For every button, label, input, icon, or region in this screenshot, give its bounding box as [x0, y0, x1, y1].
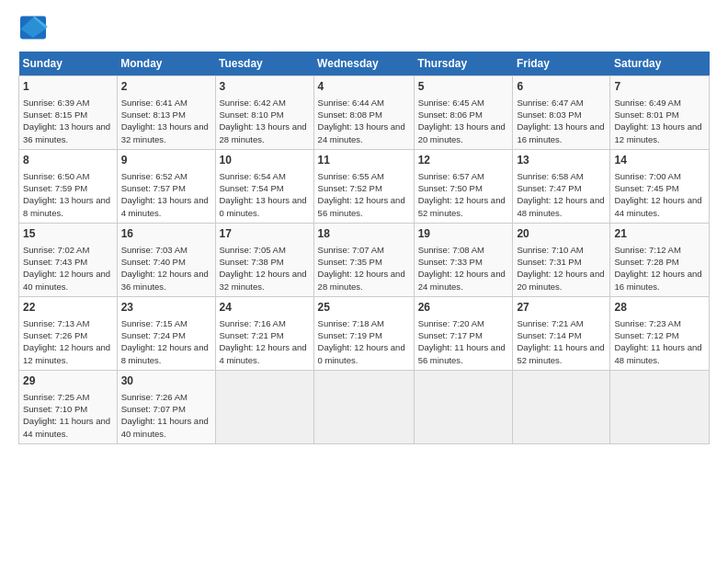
daylight-label: Daylight: 13 hours and 32 minutes. — [121, 121, 209, 144]
sunrise-label: Sunrise: 6:42 AM — [220, 98, 286, 108]
sunset-label: Sunset: 7:45 PM — [614, 183, 678, 193]
calendar-cell: 2Sunrise: 6:41 AMSunset: 8:13 PMDaylight… — [117, 76, 215, 150]
daylight-label: Daylight: 12 hours and 44 minutes. — [614, 195, 701, 217]
day-number: 8 — [23, 153, 113, 168]
header-row: Sunday Monday Tuesday Wednesday Thursday… — [19, 52, 710, 76]
daylight-label: Daylight: 12 hours and 8 minutes. — [121, 342, 209, 364]
sunrise-label: Sunrise: 7:08 AM — [418, 245, 484, 255]
daylight-label: Daylight: 12 hours and 48 minutes. — [517, 195, 604, 217]
day-number: 27 — [517, 300, 606, 316]
col-sunday: Sunday — [19, 52, 118, 76]
day-number: 14 — [614, 153, 705, 168]
logo — [18, 15, 51, 40]
daylight-label: Daylight: 11 hours and 56 minutes. — [418, 342, 506, 364]
day-number: 29 — [23, 373, 113, 389]
day-number: 10 — [220, 153, 310, 168]
calendar-cell: 20Sunrise: 7:10 AMSunset: 7:31 PMDayligh… — [513, 224, 610, 297]
daylight-label: Daylight: 12 hours and 12 minutes. — [23, 342, 110, 364]
col-tuesday: Tuesday — [215, 52, 313, 76]
daylight-label: Daylight: 12 hours and 32 minutes. — [220, 269, 307, 291]
calendar-cell: 30Sunrise: 7:26 AMSunset: 7:07 PMDayligh… — [117, 371, 215, 444]
calendar-cell: 11Sunrise: 6:55 AMSunset: 7:52 PMDayligh… — [313, 150, 414, 224]
sunset-label: Sunset: 7:35 PM — [318, 257, 382, 267]
sunrise-label: Sunrise: 7:03 AM — [121, 245, 188, 255]
sunset-label: Sunset: 7:38 PM — [220, 257, 284, 267]
sunset-label: Sunset: 7:10 PM — [23, 404, 87, 414]
sunset-label: Sunset: 8:01 PM — [614, 109, 678, 120]
sunrise-label: Sunrise: 6:44 AM — [318, 98, 384, 108]
calendar-cell: 23Sunrise: 7:15 AMSunset: 7:24 PMDayligh… — [117, 297, 215, 371]
calendar-cell — [313, 371, 414, 444]
sunrise-label: Sunrise: 7:25 AM — [23, 392, 89, 402]
sunrise-label: Sunrise: 7:00 AM — [614, 171, 680, 181]
daylight-label: Daylight: 12 hours and 56 minutes. — [318, 195, 405, 217]
sunrise-label: Sunrise: 7:02 AM — [23, 245, 89, 255]
daylight-label: Daylight: 11 hours and 44 minutes. — [23, 416, 110, 438]
day-number: 6 — [517, 79, 606, 95]
daylight-label: Daylight: 11 hours and 48 minutes. — [614, 342, 701, 364]
sunrise-label: Sunrise: 7:21 AM — [517, 318, 583, 328]
sunset-label: Sunset: 7:43 PM — [23, 257, 87, 267]
calendar-cell: 22Sunrise: 7:13 AMSunset: 7:26 PMDayligh… — [19, 297, 118, 371]
day-number: 5 — [418, 79, 509, 95]
calendar-cell: 6Sunrise: 6:47 AMSunset: 8:03 PMDaylight… — [513, 76, 610, 150]
day-number: 23 — [121, 300, 211, 316]
sunset-label: Sunset: 7:21 PM — [220, 330, 284, 340]
day-number: 16 — [121, 226, 211, 242]
day-number: 20 — [517, 226, 606, 242]
daylight-label: Daylight: 13 hours and 12 minutes. — [614, 121, 701, 144]
col-friday: Friday — [513, 52, 610, 76]
sunset-label: Sunset: 8:03 PM — [517, 109, 581, 120]
sunrise-label: Sunrise: 6:54 AM — [220, 171, 286, 181]
day-number: 30 — [121, 373, 211, 389]
sunset-label: Sunset: 7:33 PM — [418, 257, 483, 267]
sunset-label: Sunset: 7:54 PM — [220, 183, 284, 193]
daylight-label: Daylight: 13 hours and 4 minutes. — [121, 195, 209, 217]
sunset-label: Sunset: 7:28 PM — [614, 257, 678, 267]
day-number: 24 — [220, 300, 310, 316]
daylight-label: Daylight: 12 hours and 4 minutes. — [220, 342, 307, 364]
day-number: 18 — [318, 226, 410, 242]
calendar-cell — [610, 371, 710, 444]
calendar-cell: 14Sunrise: 7:00 AMSunset: 7:45 PMDayligh… — [610, 150, 710, 224]
calendar-cell: 29Sunrise: 7:25 AMSunset: 7:10 PMDayligh… — [19, 371, 118, 444]
calendar-cell: 24Sunrise: 7:16 AMSunset: 7:21 PMDayligh… — [215, 297, 313, 371]
calendar-cell: 16Sunrise: 7:03 AMSunset: 7:40 PMDayligh… — [117, 224, 215, 297]
calendar-row-2: 15Sunrise: 7:02 AMSunset: 7:43 PMDayligh… — [19, 224, 710, 297]
calendar-cell: 27Sunrise: 7:21 AMSunset: 7:14 PMDayligh… — [513, 297, 610, 371]
calendar-body: 1Sunrise: 6:39 AMSunset: 8:15 PMDaylight… — [19, 76, 710, 444]
page-container: Sunday Monday Tuesday Wednesday Thursday… — [0, 0, 728, 454]
sunrise-label: Sunrise: 6:41 AM — [121, 98, 188, 108]
day-number: 1 — [23, 79, 113, 95]
sunrise-label: Sunrise: 6:39 AM — [23, 98, 89, 108]
sunrise-label: Sunrise: 7:05 AM — [220, 245, 286, 255]
sunrise-label: Sunrise: 7:20 AM — [418, 318, 484, 328]
daylight-label: Daylight: 13 hours and 16 minutes. — [517, 121, 604, 144]
calendar-table: Sunday Monday Tuesday Wednesday Thursday… — [18, 52, 710, 444]
sunrise-label: Sunrise: 7:26 AM — [121, 392, 188, 402]
day-number: 9 — [121, 153, 211, 168]
sunset-label: Sunset: 7:19 PM — [318, 330, 382, 340]
sunset-label: Sunset: 7:57 PM — [121, 183, 186, 193]
day-number: 2 — [121, 79, 211, 95]
sunrise-label: Sunrise: 6:49 AM — [614, 98, 680, 108]
daylight-label: Daylight: 13 hours and 0 minutes. — [220, 195, 307, 217]
sunrise-label: Sunrise: 6:58 AM — [517, 171, 583, 181]
day-number: 12 — [418, 153, 509, 168]
calendar-cell: 17Sunrise: 7:05 AMSunset: 7:38 PMDayligh… — [215, 224, 313, 297]
calendar-cell: 10Sunrise: 6:54 AMSunset: 7:54 PMDayligh… — [215, 150, 313, 224]
sunrise-label: Sunrise: 7:12 AM — [614, 245, 680, 255]
calendar-cell — [513, 371, 610, 444]
sunrise-label: Sunrise: 7:23 AM — [614, 318, 680, 328]
calendar-row-1: 8Sunrise: 6:50 AMSunset: 7:59 PMDaylight… — [19, 150, 710, 224]
day-number: 22 — [23, 300, 113, 316]
calendar-cell: 12Sunrise: 6:57 AMSunset: 7:50 PMDayligh… — [414, 150, 513, 224]
daylight-label: Daylight: 13 hours and 24 minutes. — [318, 121, 405, 144]
sunrise-label: Sunrise: 7:10 AM — [517, 245, 583, 255]
daylight-label: Daylight: 13 hours and 36 minutes. — [23, 121, 110, 144]
daylight-label: Daylight: 12 hours and 52 minutes. — [418, 195, 506, 217]
day-number: 13 — [517, 153, 606, 168]
sunrise-label: Sunrise: 7:07 AM — [318, 245, 384, 255]
day-number: 3 — [220, 79, 310, 95]
calendar-cell: 3Sunrise: 6:42 AMSunset: 8:10 PMDaylight… — [215, 76, 313, 150]
